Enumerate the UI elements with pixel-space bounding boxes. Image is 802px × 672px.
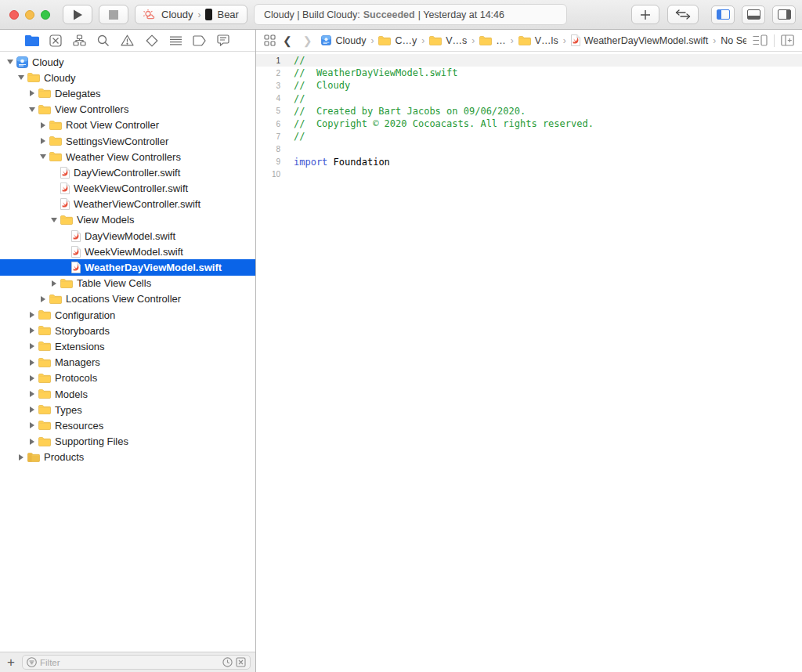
breadcrumb-item-6[interactable]: No Selection (721, 35, 746, 46)
filter-field[interactable] (22, 655, 251, 670)
tree-group-locations-view-controller[interactable]: Locations View Controller (0, 291, 255, 307)
tree-group-models[interactable]: Models (0, 386, 255, 402)
tree-group-cloudy[interactable]: Cloudy (0, 54, 255, 70)
swift-icon (71, 246, 81, 258)
recents-clock-icon[interactable] (222, 657, 233, 667)
debug-navigator-icon[interactable] (166, 32, 185, 49)
disclosure-triangle-icon[interactable] (28, 90, 36, 96)
code-line-8[interactable]: 8 (256, 143, 802, 155)
tree-file-weekviewcontroller.swift[interactable]: WeekViewController.swift (0, 181, 255, 197)
disclosure-triangle-icon[interactable] (39, 138, 47, 144)
tree-group-protocols[interactable]: Protocols (0, 370, 255, 386)
test-navigator-icon[interactable] (143, 32, 161, 49)
folder-icon (479, 36, 492, 45)
tree-group-products[interactable]: Products (0, 450, 255, 465)
filter-input[interactable] (40, 658, 219, 667)
disclosure-triangle-icon[interactable] (28, 343, 36, 349)
add-file-button[interactable]: + (5, 656, 17, 669)
tree-group-types[interactable]: Types (0, 402, 255, 417)
zoom-window-button[interactable] (41, 10, 50, 20)
tree-group-view-controllers[interactable]: View Controllers (0, 102, 255, 117)
related-items-icon[interactable] (264, 34, 276, 46)
breakpoint-navigator-icon[interactable] (190, 32, 209, 49)
tree-group-cloudy[interactable]: Cloudy (0, 70, 255, 85)
source-editor[interactable]: 1//2// WeatherDayViewModel.swift3// Clou… (256, 52, 802, 672)
code-line-10[interactable]: 10 (256, 168, 802, 181)
disclosure-triangle-icon[interactable] (39, 122, 47, 128)
run-button[interactable] (63, 5, 92, 24)
disclosure-triangle-icon[interactable] (28, 391, 36, 397)
disclosure-triangle-icon[interactable] (28, 422, 36, 428)
disclosure-triangle-icon[interactable] (28, 439, 36, 445)
tree-group-supporting-files[interactable]: Supporting Files (0, 434, 255, 450)
disclosure-triangle-icon[interactable] (50, 218, 58, 222)
stop-button[interactable] (99, 5, 128, 24)
editor-options-icon[interactable] (753, 34, 768, 46)
code-line-7[interactable]: 7// (256, 130, 802, 143)
breadcrumb-item-2[interactable]: V…s (429, 35, 467, 46)
disclosure-triangle-icon[interactable] (39, 296, 47, 302)
breadcrumb-item-4[interactable]: V…ls (518, 35, 558, 46)
tree-group-settingsviewcontroller[interactable]: SettingsViewController (0, 133, 255, 149)
forward-button[interactable]: ❯ (303, 34, 312, 47)
breadcrumb-item-0[interactable]: Cloudy (321, 35, 366, 46)
tree-group-configuration[interactable]: Configuration (0, 307, 255, 323)
scheme-selector[interactable]: Cloudy › Bear (135, 5, 247, 24)
disclosure-triangle-icon[interactable] (28, 107, 36, 112)
toggle-inspector-button[interactable] (772, 5, 796, 24)
code-line-4[interactable]: 4// (256, 92, 802, 105)
toggle-navigator-button[interactable] (711, 5, 735, 24)
library-button[interactable] (631, 5, 659, 24)
back-button[interactable]: ❮ (283, 34, 292, 47)
tree-file-weekviewmodel.swift[interactable]: WeekViewModel.swift (0, 244, 255, 259)
disclosure-triangle-icon[interactable] (50, 280, 58, 287)
symbol-navigator-icon[interactable] (70, 32, 89, 49)
tree-group-weather-view-controllers[interactable]: Weather View Controllers (0, 149, 255, 164)
code-line-3[interactable]: 3// Cloudy (256, 79, 802, 92)
code-line-9[interactable]: 9import Foundation (256, 156, 802, 168)
disclosure-triangle-icon[interactable] (28, 375, 36, 381)
breadcrumb-item-3[interactable]: … (479, 35, 506, 46)
close-window-button[interactable] (9, 10, 19, 20)
tree-group-managers[interactable]: Managers (0, 355, 255, 370)
disclosure-triangle-icon[interactable] (28, 359, 36, 366)
disclosure-triangle-icon[interactable] (28, 406, 36, 413)
code-line-2[interactable]: 2// WeatherDayViewModel.swift (256, 67, 802, 79)
tree-group-table-view-cells[interactable]: Table View Cells (0, 276, 255, 291)
folder-icon (49, 294, 62, 304)
tree-file-weatherdayviewmodel.swift[interactable]: WeatherDayViewModel.swift (0, 259, 255, 275)
disclosure-triangle-icon[interactable] (17, 454, 25, 461)
find-navigator-icon[interactable] (94, 32, 113, 49)
tree-file-dayviewcontroller.swift[interactable]: DayViewController.swift (0, 164, 255, 180)
code-line-1[interactable]: 1// (256, 54, 802, 67)
code-line-6[interactable]: 6// Copyright © 2020 Cocoacasts. All rig… (256, 117, 802, 130)
code-review-button[interactable] (667, 5, 699, 24)
disclosure-triangle-icon[interactable] (28, 327, 36, 334)
issue-navigator-icon[interactable] (118, 32, 137, 49)
disclosure-triangle-icon[interactable] (6, 60, 14, 64)
folder-icon (38, 358, 51, 367)
tree-group-root-view-controller[interactable]: Root View Controller (0, 117, 255, 133)
tree-group-delegates[interactable]: Delegates (0, 85, 255, 101)
disclosure-triangle-icon[interactable] (17, 75, 25, 80)
report-navigator-icon[interactable] (214, 32, 233, 49)
tree-group-resources[interactable]: Resources (0, 417, 255, 433)
code-line-5[interactable]: 5// Created by Bart Jacobs on 09/06/2020… (256, 105, 802, 117)
project-navigator-icon[interactable] (23, 32, 42, 49)
breadcrumb-item-5[interactable]: WeatherDayViewModel.swift (571, 34, 709, 46)
disclosure-triangle-icon[interactable] (39, 154, 47, 159)
toggle-debug-area-button[interactable] (742, 5, 765, 24)
line-number: 4 (256, 94, 287, 103)
tree-group-storyboards[interactable]: Storyboards (0, 323, 255, 338)
source-control-icon[interactable] (46, 32, 65, 49)
breadcrumb-item-1[interactable]: C…y (378, 35, 417, 46)
tree-file-weatherviewcontroller.swift[interactable]: WeatherViewController.swift (0, 197, 255, 212)
disclosure-triangle-icon[interactable] (28, 312, 36, 318)
scm-status-filter-icon[interactable] (236, 657, 246, 667)
tree-group-view-models[interactable]: View Models (0, 212, 255, 228)
tree-group-extensions[interactable]: Extensions (0, 338, 255, 354)
activity-status-view[interactable]: Cloudy | Build Cloudy: Succeeded | Yeste… (254, 4, 567, 25)
tree-file-dayviewmodel.swift[interactable]: DayViewModel.swift (0, 228, 255, 244)
add-editor-icon[interactable] (781, 34, 794, 46)
minimize-window-button[interactable] (25, 10, 34, 20)
